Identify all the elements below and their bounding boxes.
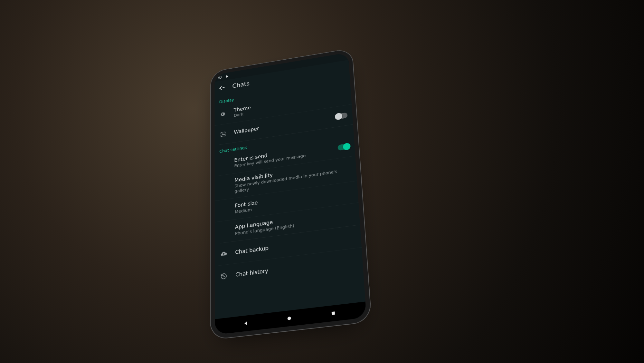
triangle-back-icon [243, 320, 249, 327]
square-recents-icon [331, 310, 336, 316]
wallpaper-toggle[interactable] [336, 112, 347, 120]
play-store-icon [225, 74, 229, 78]
wallpaper-icon [219, 131, 227, 138]
svg-point-3 [222, 133, 223, 134]
enter-is-send-toggle[interactable] [337, 143, 350, 151]
phone-frame: Chats Display Theme Da [214, 53, 366, 335]
scene: Chats Display Theme Da [0, 0, 644, 363]
svg-point-4 [288, 316, 291, 320]
svg-point-0 [218, 76, 221, 79]
cloud-upload-icon [220, 250, 228, 258]
settings-list: Display Theme Dark [214, 74, 365, 319]
nav-home-button[interactable] [284, 313, 294, 324]
phone-screen: Chats Display Theme Da [214, 53, 366, 335]
back-button[interactable] [217, 83, 226, 93]
arrow-left-icon [219, 84, 225, 92]
circle-home-icon [287, 315, 292, 321]
page-title: Chats [232, 80, 250, 89]
brightness-icon [219, 111, 227, 118]
history-icon [220, 272, 228, 280]
nav-recents-button[interactable] [328, 308, 338, 319]
svg-rect-5 [332, 311, 335, 315]
nav-back-button[interactable] [241, 318, 250, 329]
whatsapp-icon [218, 75, 222, 80]
